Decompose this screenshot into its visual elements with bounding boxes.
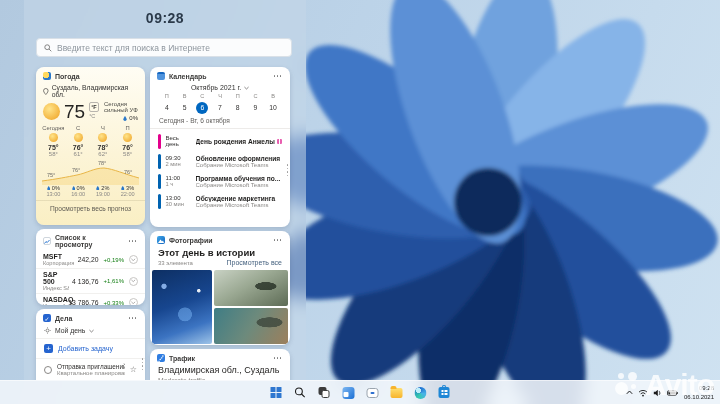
chevron-down-icon[interactable]	[244, 86, 249, 90]
sun-icon	[123, 133, 132, 142]
task-checkbox[interactable]	[44, 366, 52, 374]
hourly-precip-row: 0% 13:00 0% 16:00 2% 19:00 3% 22:00	[36, 185, 145, 197]
store-icon	[439, 387, 450, 398]
web-search-bar[interactable]	[36, 38, 292, 57]
calendar-month-label[interactable]: Октябрь 2021 г.	[191, 84, 241, 91]
calendar-date-row: 4 5 6 7 8 9 10	[150, 101, 290, 114]
event-color-bar	[158, 134, 161, 149]
photos-widget[interactable]: Фотографии Этот день в истории 33 элемен…	[150, 231, 290, 345]
expand-chevron-button[interactable]	[129, 277, 138, 286]
search-icon	[44, 44, 52, 52]
weather-condition: Сегодня сильный УФ	[104, 101, 138, 113]
plus-icon: +	[44, 344, 53, 353]
taskbar-date: 06.10.2021	[684, 393, 714, 401]
more-menu-button[interactable]	[272, 73, 284, 79]
todo-widget[interactable]: ✓ Дела Мой день + Добавить задачу	[36, 309, 145, 380]
tray-chevron-up-icon[interactable]	[626, 390, 633, 395]
calendar-weekday-row: П В С Ч П С В	[150, 93, 290, 101]
chevron-down-icon	[131, 279, 136, 283]
file-explorer-button[interactable]	[389, 385, 404, 400]
calendar-event[interactable]: Весь день День рождения Анжелы	[158, 131, 284, 151]
stocks-widget[interactable]: Список к просмотру MSFT Корпорация М... …	[36, 229, 145, 305]
calendar-widget[interactable]: Календарь Октябрь 2021 г. П В С Ч П С В …	[150, 67, 290, 227]
current-temperature: 75	[64, 102, 85, 121]
calendar-date[interactable]: 10	[264, 101, 282, 114]
stock-change-positive: +0,19%	[103, 257, 124, 263]
todo-task-row[interactable]: Отправка приглашений на... Квартальное п…	[36, 358, 145, 380]
view-all-link[interactable]: Просмотреть все	[227, 259, 282, 266]
weather-location-row[interactable]: Суздаль, Владимирская обл.	[36, 83, 145, 99]
edge-button[interactable]	[413, 385, 428, 400]
unit-fahrenheit[interactable]: °F	[89, 102, 99, 112]
chart-label: 78°	[98, 160, 106, 166]
photo-thumbnail[interactable]	[152, 270, 212, 344]
unit-celsius[interactable]: °C	[89, 112, 99, 120]
calendar-date[interactable]: 4	[158, 101, 176, 114]
calendar-event[interactable]: 09:30 2 мин Обновление оформления Собран…	[158, 151, 284, 171]
more-menu-button[interactable]	[272, 355, 284, 361]
calendar-widget-title: Календарь	[169, 73, 268, 80]
droplet-icon	[121, 186, 125, 191]
taskbar-clock[interactable]: 09:28 06.10.2021	[684, 384, 714, 400]
daily-forecast: Сегодня 75° 58° С 76° 61° Ч 78° 62°	[36, 124, 145, 158]
chat-button[interactable]	[365, 385, 380, 400]
droplet-icon	[72, 186, 76, 191]
unit-toggle[interactable]: °F °C	[89, 102, 99, 121]
calendar-event[interactable]: 13:00 30 мин Обсуждение маркетинга Собра…	[158, 191, 284, 211]
calendar-date[interactable]: 9	[247, 101, 265, 114]
more-menu-button[interactable]	[127, 315, 139, 321]
traffic-location: Владимирская обл., Суздаль	[150, 365, 290, 377]
taskbar-search-button[interactable]	[293, 385, 308, 400]
calendar-date-selected[interactable]: 6	[193, 101, 211, 114]
event-list-scrollbar[interactable]	[287, 164, 289, 176]
calendar-date[interactable]: 5	[176, 101, 194, 114]
battery-icon[interactable]	[667, 390, 678, 396]
view-full-forecast-link[interactable]: Просмотреть весь прогноз	[36, 200, 145, 216]
star-icon[interactable]: ☆	[130, 366, 137, 374]
chart-label: 76°	[124, 169, 132, 175]
start-button[interactable]	[269, 385, 284, 400]
stock-row[interactable]: S&P 500 Индекс S&P 500 4 136,76 +1,61%	[36, 268, 145, 293]
stocks-widget-title: Список к просмотру	[55, 234, 123, 248]
photo-thumbnail[interactable]	[214, 308, 288, 344]
sun-icon	[98, 133, 107, 142]
forecast-day[interactable]: С 76° 61°	[66, 125, 91, 157]
photo-thumbnail[interactable]	[214, 270, 288, 306]
add-task-button[interactable]: + Добавить задачу	[36, 339, 145, 358]
forecast-day[interactable]: Ч 78° 62°	[91, 125, 116, 157]
store-button[interactable]	[437, 385, 452, 400]
expand-chevron-button[interactable]	[129, 298, 138, 305]
stock-row[interactable]: NASDAQ Индекс NASDAQ 13 786,76 +0,33%	[36, 293, 145, 305]
calendar-date[interactable]: 8	[229, 101, 247, 114]
calendar-event-list: Весь день День рождения Анжелы 09:30 2 м…	[150, 129, 290, 211]
calendar-date[interactable]: 7	[211, 101, 229, 114]
search-input[interactable]	[57, 43, 284, 53]
todo-scrollbar[interactable]	[142, 358, 144, 370]
taskbar-time: 09:28	[684, 384, 714, 392]
forecast-day[interactable]: П 76° 58°	[115, 125, 140, 157]
calendar-app-icon	[157, 72, 165, 80]
volume-icon[interactable]	[653, 389, 662, 397]
calendar-event[interactable]: 11:00 1 ч Программа обучения по... Собра…	[158, 171, 284, 191]
widgets-icon	[342, 387, 354, 399]
weather-location: Суздаль, Владимирская обл.	[52, 84, 138, 98]
event-color-bar	[158, 154, 161, 169]
todo-list-selector[interactable]: Мой день	[36, 325, 145, 339]
photos-headline: Этот день в истории	[150, 247, 290, 258]
more-menu-button[interactable]	[272, 237, 284, 243]
edge-icon	[414, 387, 426, 399]
task-view-button[interactable]	[317, 385, 332, 400]
droplet-icon	[96, 186, 100, 191]
traffic-widget[interactable]: Трафик Владимирская обл., Суздаль Modera…	[150, 349, 290, 380]
photos-count: 33 элемента	[158, 260, 227, 266]
weather-widget[interactable]: Погода Суздаль, Владимирская обл. 75 °F …	[36, 67, 145, 225]
more-menu-button[interactable]	[127, 238, 139, 244]
traffic-app-icon	[157, 354, 165, 362]
stock-row[interactable]: MSFT Корпорация М... 242,20 +0,19%	[36, 251, 145, 268]
forecast-day[interactable]: Сегодня 75° 58°	[41, 125, 66, 157]
event-color-bar	[158, 194, 161, 209]
stock-change-positive: +1,61%	[103, 278, 124, 284]
widgets-button[interactable]	[341, 385, 356, 400]
expand-chevron-button[interactable]	[129, 255, 138, 264]
wifi-icon[interactable]	[638, 389, 648, 397]
